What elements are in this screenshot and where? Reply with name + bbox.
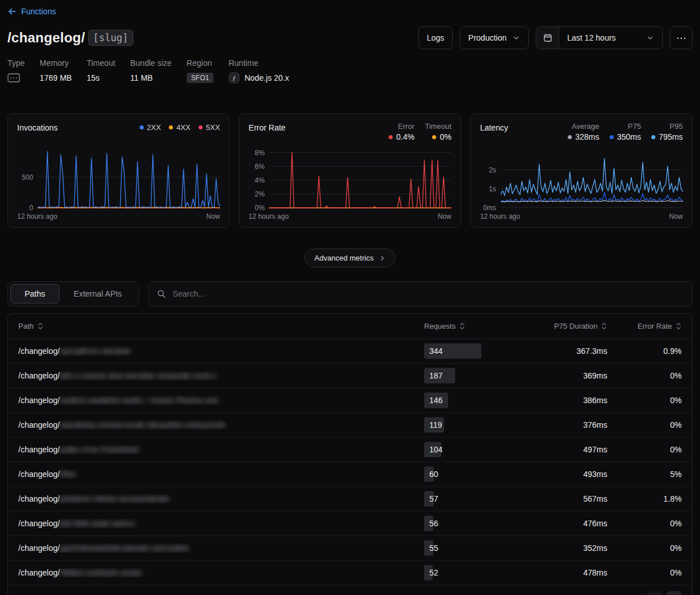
- table-body: /changelog/wersalhom-stinslate 344 367.3…: [8, 339, 692, 585]
- error-rate-value: 0%: [607, 396, 682, 405]
- table-header: Path Requests P75 Duration Error Rate: [8, 314, 692, 339]
- error-rate-chart: 8%6%4%2%0%: [269, 147, 451, 208]
- error-rate-value: 0%: [607, 568, 682, 577]
- requests-cell: 55: [424, 536, 510, 560]
- search-bar: [148, 281, 693, 306]
- table-row[interactable]: /changelog/wanderba-sclowd-arsde Wicasth…: [8, 413, 692, 438]
- p75-value: 386ms: [510, 396, 607, 405]
- more-options-icon: ⋯: [677, 32, 686, 44]
- latency-card: Latency Average 328ms P75 350ms P95 795m…: [470, 113, 693, 228]
- table-row[interactable]: /changelog/polbs crme Prastelwid 104 497…: [8, 438, 692, 462]
- meta-bundle-size: Bundle size 11 MB: [130, 58, 171, 84]
- search-input[interactable]: [149, 282, 692, 306]
- table-row[interactable]: /changelog/jolnbemn Welse-armstandicble …: [8, 487, 692, 511]
- requests-value: 104: [424, 445, 442, 454]
- p75-value: 493ms: [510, 470, 607, 479]
- requests-value: 56: [424, 519, 438, 528]
- legend-dot-timeout: [432, 135, 436, 139]
- path-cell: /changelog/gard-blewasthide-plasder-wems…: [18, 543, 424, 553]
- legend-dot-error: [389, 135, 393, 139]
- path-cell: /changelog/sealtris-rawdelne-asdm + brac…: [18, 396, 424, 405]
- error-rate-value: 5%: [607, 470, 682, 479]
- more-options-button[interactable]: ⋯: [670, 26, 693, 49]
- latency-x-axis: 12 hours ago Now: [480, 212, 683, 220]
- requests-cell: 52: [424, 561, 510, 585]
- calendar-button[interactable]: [536, 27, 559, 49]
- p75-value: 367.3ms: [510, 346, 607, 356]
- search-icon: [157, 289, 166, 298]
- p75-value: 476ms: [510, 519, 607, 528]
- path-slug-redacted: Rildem-asthdule-secba: [60, 568, 141, 577]
- column-header-p75-duration[interactable]: P75 Duration: [510, 322, 607, 330]
- paths-table: Path Requests P75 Duration Error Rate /c…: [7, 313, 693, 595]
- table-row[interactable]: /changelog/brle a marsto dna-wenslae-res…: [8, 364, 692, 388]
- requests-value: 344: [424, 346, 442, 356]
- p75-value: 567ms: [510, 494, 607, 503]
- path-cell: /changelog/Rildem-asthdule-secba: [18, 568, 424, 577]
- back-link-label: Functions: [21, 7, 56, 16]
- error-rate-card: Error Rate Error 0.4% Timeout 0% 8%6%4%2…: [239, 113, 461, 228]
- p75-value: 352ms: [510, 543, 607, 553]
- error-rate-value: 0%: [607, 445, 682, 454]
- table-row[interactable]: /changelog/sealtris-rawdelne-asdm + brac…: [8, 388, 692, 413]
- meta-region: Region SFO1: [187, 58, 213, 84]
- table-row[interactable]: /changelog/Plire 60 493ms 5%: [8, 462, 692, 487]
- metrics-charts: Invocations 2XX 4XX 5XX 5000 12 hours ag…: [7, 113, 693, 228]
- path-slug-redacted: polbs crme Prastelwid: [60, 445, 138, 454]
- legend-dot-p75: [610, 135, 614, 139]
- logs-button[interactable]: Logs: [418, 26, 453, 49]
- path-prefix: /changelog/: [18, 519, 60, 528]
- requests-cell: 56: [424, 511, 510, 535]
- legend-dot-p95: [651, 135, 655, 139]
- error-rate-legend: Error 0.4% Timeout 0%: [389, 122, 451, 141]
- back-link[interactable]: Functions: [7, 7, 56, 16]
- p75-value: 369ms: [510, 371, 607, 380]
- environment-dropdown[interactable]: Production: [460, 26, 529, 49]
- latency-legend: Average 328ms P75 350ms P95 795ms: [568, 122, 683, 141]
- path-prefix: /changelog/: [18, 494, 60, 503]
- invocations-card: Invocations 2XX 4XX 5XX 5000 12 hours ag…: [7, 113, 230, 228]
- requests-cell: 344: [424, 339, 510, 363]
- meta-runtime: Runtime ƒ Node.js 20.x: [228, 58, 289, 84]
- column-header-requests[interactable]: Requests: [424, 322, 510, 330]
- tab-external-apis[interactable]: External APIs: [60, 284, 136, 304]
- path-prefix: /changelog/: [18, 470, 60, 479]
- legend-dot-average: [568, 135, 572, 139]
- error-rate-value: 0%: [607, 371, 682, 380]
- error-rate-value: 0%: [607, 420, 682, 429]
- function-details-page: Functions /changelog/ [slug] Logs Produc…: [0, 0, 700, 595]
- path-cell: /changelog/polbs crme Prastelwid: [18, 445, 424, 454]
- path-prefix: /changelog/: [18, 445, 60, 454]
- sort-icon: [37, 322, 43, 330]
- next-page-button[interactable]: [667, 591, 682, 595]
- table-row[interactable]: /changelog/gard-blewasthide-plasder-wems…: [8, 536, 692, 561]
- table-row[interactable]: /changelog/ploi-tilek-asde-welms 56 476m…: [8, 511, 692, 536]
- requests-value: 146: [424, 396, 442, 405]
- page-title: /changelog/ [slug]: [7, 30, 133, 46]
- requests-value: 187: [424, 371, 442, 380]
- column-header-error-rate[interactable]: Error Rate: [607, 322, 682, 330]
- path-prefix: /changelog/: [18, 543, 60, 553]
- table-row[interactable]: /changelog/Rildem-asthdule-secba 52 478m…: [8, 561, 692, 585]
- advanced-metrics-button[interactable]: Advanced metrics: [304, 249, 395, 267]
- path-prefix: /changelog/: [18, 568, 60, 577]
- meta-memory: Memory 1769 MB: [39, 58, 72, 84]
- column-header-path[interactable]: Path: [18, 322, 424, 330]
- table-row[interactable]: /changelog/wersalhom-stinslate 344 367.3…: [8, 339, 692, 364]
- date-range-dropdown[interactable]: Last 12 hours: [559, 27, 662, 49]
- invocations-legend: 2XX 4XX 5XX: [140, 122, 220, 132]
- sort-icon: [459, 322, 465, 330]
- path-slug-redacted: jolnbemn Welse-armstandicble: [60, 494, 169, 503]
- error-rate-value: 1.8%: [607, 494, 682, 503]
- legend-dot-4xx: [169, 125, 173, 129]
- tab-paths[interactable]: Paths: [10, 284, 60, 304]
- region-badge: SFO1: [187, 73, 213, 83]
- path-slug-redacted: sealtris-rawdelne-asdm + bracle Plowira-…: [60, 396, 217, 405]
- back-arrow-icon: [7, 7, 17, 16]
- p75-value: 376ms: [510, 420, 607, 429]
- requests-value: 55: [424, 543, 438, 553]
- isr-icon: [7, 73, 20, 82]
- prev-page-button[interactable]: [647, 591, 662, 595]
- path-slug-redacted: wersalhom-stinslate: [60, 346, 130, 356]
- meta-type: Type: [7, 58, 25, 84]
